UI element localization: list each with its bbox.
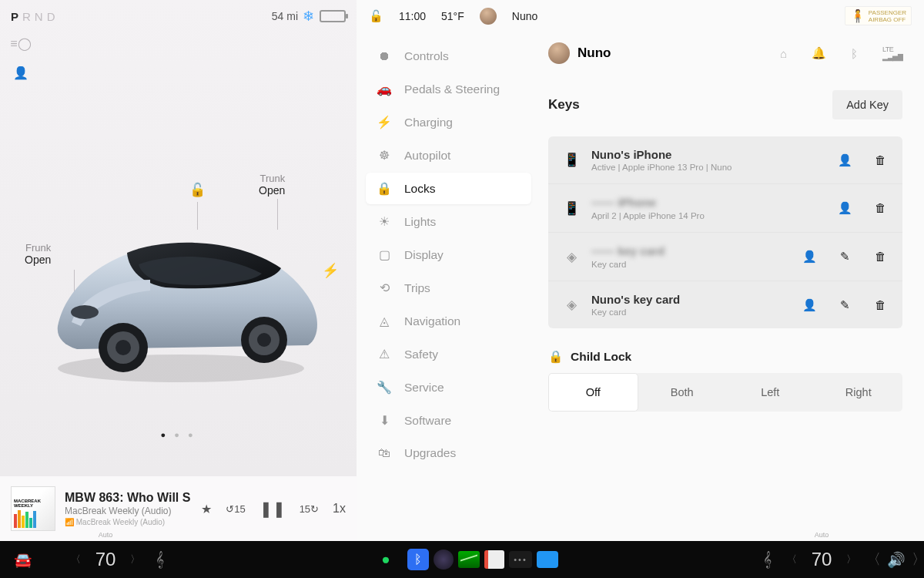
lock-status-icon[interactable]: 🔓 [369,9,383,23]
sidebar-item-pedals-steering[interactable]: 🚗Pedals & Steering [366,73,531,105]
key-delete-icon[interactable]: 🗑 [873,153,887,167]
profile-name[interactable]: Nuno [512,10,537,22]
key-row[interactable]: 📱—— iPhoneApril 2 | Apple iPhone 14 Pro👤… [548,183,902,232]
key-list: 📱Nuno's iPhoneActive | Apple iPhone 13 P… [548,136,902,328]
media-source: 📶 MacBreak Weekly (Audio) [65,518,192,526]
dashcam-icon[interactable] [434,541,454,578]
child-lock-option-both[interactable]: Both [638,373,727,412]
sidebar-item-display[interactable]: ▢Display [366,239,531,271]
key-subtext: Key card [591,307,790,317]
driver-seat-heat-icon[interactable]: 𝄞 [148,541,172,578]
key-user-icon[interactable]: 👤 [802,250,816,264]
sidebar-icon: ☀ [377,214,392,229]
sidebar-icon: ▢ [377,247,392,262]
media-artwork: MACBREAK WEEKLY [11,486,55,531]
key-row[interactable]: ◈Nuno's key cardKey card👤✎🗑 [548,281,902,328]
media-info[interactable]: MBW 863: Who Will S MacBreak Weekly (Aud… [65,491,192,526]
sidebar-item-controls[interactable]: ⏺Controls [366,41,531,72]
child-lock-label: Child Lock [571,350,631,364]
homelink-icon[interactable]: ⌂ [780,47,787,60]
sidebar-item-lights[interactable]: ☀Lights [366,206,531,237]
sidebar-label: Controls [404,49,449,63]
bluetooth-icon[interactable]: ᛒ [851,47,858,60]
profile-avatar-icon[interactable] [480,8,497,25]
key-name: Nuno's iPhone [591,148,825,161]
driver-temp[interactable]: Auto 〈 70 〉 [68,541,143,578]
sidebar-label: Locks [404,182,436,196]
sidebar-item-upgrades[interactable]: 🛍Upgrades [366,438,531,469]
favorite-icon[interactable]: ★ [201,502,212,516]
temp-down-icon[interactable]: 〈 [68,553,84,566]
spotify-icon[interactable]: ● [369,541,403,578]
svg-point-7 [71,305,99,319]
passenger-seat-heat-icon[interactable]: 𝄞 [755,541,779,578]
radio-icon[interactable] [484,541,504,578]
key-name: Nuno's key card [591,293,790,306]
sidebar-item-charging[interactable]: ⚡Charging [366,106,531,138]
car-icon[interactable]: 🚘 [6,541,40,578]
key-name: —— key card [591,244,665,257]
key-edit-icon[interactable]: ✎ [838,298,852,312]
key-row[interactable]: 📱Nuno's iPhoneActive | Apple iPhone 13 P… [548,136,902,183]
key-subtext: April 2 | Apple iPhone 14 Pro [591,211,825,220]
vehicle-status-panel: PRND 54 mi ❄ ≡◯ 👤 🔓 Trunk Open [0,0,357,541]
notifications-icon[interactable]: 🔔 [812,46,826,60]
sidebar-item-navigation[interactable]: ◬Navigation [366,305,531,337]
child-lock-option-off[interactable]: Off [548,373,638,412]
sidebar-label: Trips [404,281,430,295]
child-lock-option-left[interactable]: Left [726,373,815,412]
temp-up-icon[interactable]: 〉 [127,553,143,566]
temp-up-icon[interactable]: 〉 [843,553,859,566]
forward-15-icon[interactable]: 15↻ [300,503,319,515]
sidebar-label: Software [404,414,451,428]
sidebar-icon: 🔧 [377,380,392,395]
more-apps-icon[interactable]: ••• [509,541,532,578]
profile-avatar-icon[interactable] [548,42,570,64]
passenger-temp[interactable]: Auto 〈 70 〉 [784,541,859,578]
messages-icon[interactable] [537,541,558,578]
rewind-15-icon[interactable]: ↺15 [226,503,245,515]
sidebar-item-autopilot[interactable]: ☸Autopilot [366,139,531,171]
volume-icon[interactable]: 〈🔊〉 [879,541,913,578]
profile-name[interactable]: Nuno [578,45,611,61]
key-delete-icon[interactable]: 🗑 [873,201,887,215]
key-delete-icon[interactable]: 🗑 [873,250,887,264]
media-player[interactable]: MACBREAK WEEKLY MBW 863: Who Will S MacB… [0,476,357,541]
key-type-icon: ◈ [564,249,579,265]
key-user-icon[interactable]: 👤 [838,153,852,167]
temp-down-icon[interactable]: 〈 [784,553,800,566]
key-edit-icon[interactable]: ✎ [838,250,852,264]
bottom-dock: 🚘 Auto 〈 70 〉 𝄞 ● ᛒ ••• 𝄞 Auto 〈 70 〉 〈🔊… [0,541,924,578]
key-user-icon[interactable]: 👤 [802,298,816,312]
pause-icon[interactable]: ❚❚ [259,499,286,518]
bluetooth-app-icon[interactable]: ᛒ [407,541,429,578]
sidebar-icon: ◬ [377,314,392,328]
key-delete-icon[interactable]: 🗑 [873,298,887,312]
sidebar-item-software[interactable]: ⬇Software [366,405,531,436]
sidebar-label: Service [404,381,444,395]
add-key-button[interactable]: Add Key [832,90,902,119]
sidebar-item-locks[interactable]: 🔒Locks [366,173,531,204]
trunk-label[interactable]: Trunk Open [259,173,285,197]
sidebar-item-service[interactable]: 🔧Service [366,371,531,403]
sidebar-label: Navigation [404,314,460,328]
outside-temp: 51°F [441,10,464,22]
cell-signal: LTE▂▃▅▇ [882,45,902,61]
sidebar-item-safety[interactable]: ⚠Safety [366,338,531,370]
child-lock-icon: 🔒 [548,350,563,364]
sidebar-icon: 🚗 [377,82,392,96]
key-subtext: Active | Apple iPhone 13 Pro | Nuno [591,163,825,172]
child-lock-option-right[interactable]: Right [815,373,903,412]
vehicle-render[interactable]: 🔓 Trunk Open Frunk Open ⚡ [0,29,357,541]
snowflake-icon: ❄ [303,8,316,25]
key-row[interactable]: ◈—— key cardKey card👤✎🗑 [548,232,902,281]
playback-speed[interactable]: 1x [333,502,346,516]
page-dots[interactable]: ● ● ● [0,430,357,439]
sidebar-item-trips[interactable]: ⟲Trips [366,272,531,304]
unlock-icon[interactable]: 🔓 [189,182,206,198]
settings-sidebar: ⏺Controls🚗Pedals & Steering⚡Charging☸Aut… [357,29,537,541]
section-title: Keys [548,97,580,113]
stocks-icon[interactable] [458,541,480,578]
key-user-icon[interactable]: 👤 [838,201,852,215]
status-bar: 🔓 11:00 51°F Nuno 🧍 PASSENGERAIRBAG OFF [357,0,924,29]
